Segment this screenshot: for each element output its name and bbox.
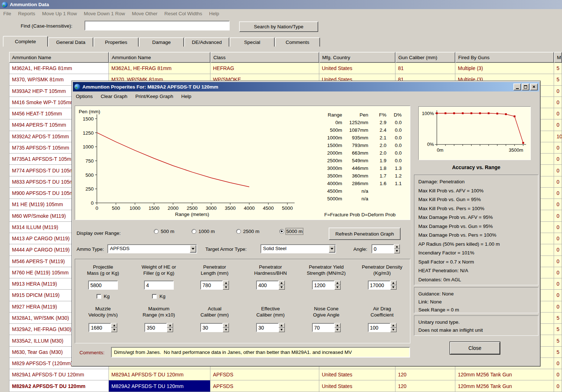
maximize-button[interactable] (522, 83, 529, 90)
table-cell[interactable]: 0 (554, 154, 562, 165)
table-cell[interactable]: 120 (395, 369, 455, 380)
spin-down-button[interactable] (390, 328, 397, 332)
column-header[interactable]: Ammuntion Name (109, 52, 210, 63)
spin-down-button[interactable] (111, 328, 117, 332)
spin-down-button[interactable] (335, 285, 341, 290)
spinner[interactable] (167, 323, 173, 332)
table-cell[interactable]: 5 (554, 74, 562, 85)
spinner[interactable] (394, 244, 400, 253)
spin-down-button[interactable] (390, 285, 397, 290)
spinner[interactable] (390, 323, 397, 332)
table-cell[interactable]: 0 (554, 369, 562, 380)
radio-circle-icon[interactable] (192, 229, 196, 234)
field-weight-of-he-or-filler-g-or-kg[interactable] (144, 281, 174, 290)
field-penetrator-density-kg-m3[interactable] (368, 281, 390, 290)
kg-checkbox[interactable] (97, 294, 101, 299)
find-input[interactable] (85, 21, 230, 30)
spin-down-button[interactable] (223, 328, 229, 332)
spin-up-button[interactable] (223, 323, 229, 328)
spin-down-button[interactable] (394, 249, 400, 254)
table-cell[interactable]: 0 (554, 108, 562, 119)
table-row[interactable]: M829A2 APFSDS-T DU 120mmM829A2 APFSDS-T … (9, 380, 562, 392)
dialog-menu-item-help[interactable]: Help (181, 94, 191, 99)
table-cell[interactable]: 0 (554, 380, 562, 392)
table-cell[interactable]: M829A2 APFSDS-T DU 120mm (9, 380, 109, 392)
table-cell[interactable]: 0 (554, 119, 562, 131)
table-cell[interactable]: 5 (554, 313, 562, 324)
table-cell[interactable]: 0 (554, 199, 562, 210)
table-cell[interactable]: 0 (554, 244, 562, 256)
spinner[interactable] (279, 281, 285, 290)
radio-5000-m[interactable]: 5000 m (279, 229, 303, 234)
table-cell[interactable]: 0 (554, 301, 562, 313)
field-air-drag-coefficient[interactable] (368, 323, 390, 332)
spin-up-button[interactable] (390, 281, 397, 285)
table-cell[interactable]: 0 (554, 188, 562, 199)
tab-special[interactable]: Special (230, 37, 275, 47)
dialog-menu-item-options[interactable]: Options (76, 94, 93, 99)
table-cell[interactable]: APFSDS (210, 380, 319, 392)
spinner[interactable] (390, 281, 397, 290)
radio-circle-icon[interactable] (279, 229, 284, 234)
spin-up-button[interactable] (335, 323, 341, 328)
ammo-type-select[interactable]: APFSDS (107, 244, 197, 253)
menu-item-file[interactable]: File (3, 11, 11, 16)
menu-item-move-up-1-row[interactable]: Move Up 1 Row (42, 11, 77, 16)
table-cell[interactable]: 0 (554, 176, 562, 188)
target-armor-dropdown-arrow-icon[interactable] (329, 245, 335, 253)
dialog-menu-item-print-keep-graph[interactable]: Print/Keep Graph (135, 94, 173, 99)
table-cell[interactable]: APFSDS (210, 369, 319, 380)
menu-item-help[interactable]: Help (209, 11, 219, 16)
table-cell[interactable]: United States (319, 63, 395, 74)
tab-complete[interactable]: Complete (3, 36, 48, 47)
column-header[interactable]: Mfg. Country (319, 52, 395, 63)
spinner[interactable] (223, 323, 229, 332)
column-header[interactable]: Class (210, 52, 319, 63)
spin-up-button[interactable] (279, 281, 285, 285)
field-actual-caliber-mm[interactable] (200, 323, 223, 332)
close-window-button[interactable]: ✕ (530, 83, 538, 90)
spin-up-button[interactable] (223, 281, 229, 285)
tab-de-advanced[interactable]: DE/Advanced (184, 37, 229, 47)
table-cell[interactable]: 0 (554, 290, 562, 301)
table-cell[interactable]: M362A1, HE-FRAG 81mm (9, 63, 109, 74)
spin-up-button[interactable] (335, 281, 341, 285)
field-projectile-mass-g-or-kg[interactable] (88, 281, 118, 290)
spin-down-button[interactable] (223, 285, 229, 290)
table-cell[interactable]: 0 (554, 256, 562, 267)
target-armor-select[interactable]: Solid Steel (261, 244, 336, 253)
close-button[interactable]: Close (450, 342, 500, 355)
dialog-titlebar[interactable]: Ammuntion Properites For: M829A2 APFSDS-… (73, 82, 539, 91)
field-penetrator-yield-strength-mn-m2[interactable] (312, 281, 335, 290)
table-cell[interactable]: 0 (554, 358, 562, 369)
column-header[interactable]: Fired By Guns (455, 52, 554, 63)
table-cell[interactable]: United States (319, 369, 395, 380)
table-cell[interactable]: 120 (395, 380, 455, 392)
spin-down-button[interactable] (167, 328, 173, 332)
spin-up-button[interactable] (167, 323, 173, 328)
spinner[interactable] (335, 281, 341, 290)
spinner[interactable] (335, 323, 341, 332)
refresh-penetration-graph-button[interactable]: Refresh Penetration Graph (329, 228, 401, 240)
tab-general-data[interactable]: General Data (48, 37, 93, 47)
table-cell[interactable]: 0 (554, 222, 562, 233)
column-header[interactable]: Gun Caliber (mm) (395, 52, 455, 63)
field-maximum-range-m-x10[interactable] (144, 323, 167, 332)
spin-down-button[interactable] (279, 328, 285, 332)
comments-field[interactable] (111, 347, 410, 358)
table-cell[interactable]: 5 (554, 63, 562, 74)
spin-down-button[interactable] (279, 285, 285, 290)
table-cell[interactable]: 0 (554, 86, 562, 97)
menu-item-move-other[interactable]: Move Other (132, 11, 157, 16)
radio-2500-m[interactable]: 2500 m (236, 229, 259, 234)
table-cell[interactable]: 0 (554, 97, 562, 108)
table-cell[interactable]: 0 (554, 267, 562, 278)
spin-up-button[interactable] (390, 323, 397, 328)
table-cell[interactable]: 10 (554, 131, 562, 142)
table-cell[interactable]: United States (319, 380, 395, 392)
table-cell[interactable]: 120mm M256 Tank Gun (455, 369, 554, 380)
table-row[interactable]: M362A1, HE-FRAG 81mmM362A1, HE-FRAG 81mm… (9, 63, 562, 74)
minimize-button[interactable] (513, 83, 521, 90)
field-penetrator-length-mm[interactable] (200, 281, 223, 290)
menu-item-move-down-1-row[interactable]: Move Down 1 Row (84, 11, 125, 16)
